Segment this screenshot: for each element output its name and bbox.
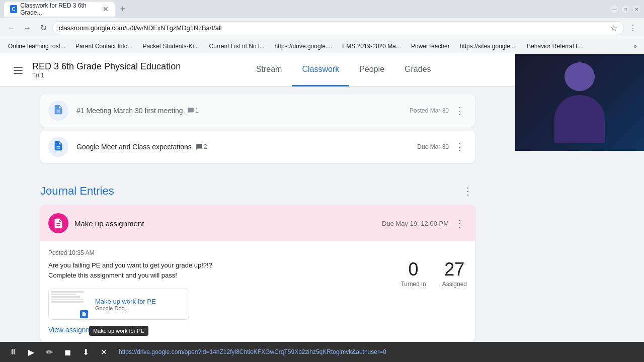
pause-button[interactable]: ⏸ [6, 345, 20, 359]
tab-title: Classwork for RED 3 6th Grade... [20, 2, 100, 16]
bookmark-item[interactable]: Packet Students-Ki... [138, 42, 203, 51]
bookmark-label: Online learning rost... [8, 43, 65, 50]
journal-entries-section-header: Journal Entries ⋮ [40, 171, 475, 205]
assignment-date: Due Mar 30 [417, 143, 453, 150]
header-left: RED 3 6th Grade Physical Education Tri 1 [8, 60, 181, 80]
bookmark-item[interactable]: https://drive.google.... [271, 42, 337, 51]
bookmark-label: https://drive.google.... [275, 43, 333, 50]
app-title: RED 3 6th Grade Physical Education Tri 1 [32, 61, 181, 79]
journal-more-options-button[interactable]: ⋮ [453, 215, 467, 231]
journal-card-title: Make up assignment [74, 219, 382, 228]
comment-count: 2 [204, 143, 207, 150]
attachment-tooltip: Make up work for PE [89, 326, 148, 336]
browser-toolbar: ← → ↻ classroom.google.com/u/0/w/NDExNTg… [0, 18, 644, 38]
journal-card-due: Due May 19, 12:00 PM [382, 220, 449, 227]
video-bar: ⏸ ▶ ✏ ◼ ⬇ ✕ https://drive.google.com/ope… [0, 342, 644, 362]
window-controls: — □ ✕ [611, 6, 640, 13]
download-button[interactable]: ⬇ [78, 345, 93, 359]
play-button[interactable]: ▶ [24, 345, 38, 359]
assignment-date: Posted Mar 30 [410, 107, 453, 114]
close-window-button[interactable]: ✕ [633, 6, 640, 13]
svg-rect-0 [14, 67, 23, 68]
assignment-type-icon [53, 104, 64, 118]
more-options-button[interactable]: ⋮ [453, 103, 467, 119]
assignment-name: #1 Meeting March 30 first meeting [76, 107, 183, 115]
post-body-text: Are you failing PE and you want to get y… [48, 260, 380, 280]
bookmark-label: EMS 2019-2020 Ma... [342, 43, 401, 50]
video-person [515, 54, 644, 151]
bookmarks-bar: Online learning rost... Parent Contact I… [0, 38, 644, 54]
section-title: Journal Entries [40, 185, 114, 198]
items-section: #1 Meeting March 30 first meeting 1 Post… [40, 86, 475, 171]
bookmark-item[interactable]: EMS 2019-2020 Ma... [338, 42, 405, 51]
attachment-container: Make up work for PE Google Doc... Make u… [48, 289, 189, 320]
edit-button[interactable]: ✏ [42, 345, 56, 359]
stats-area: 0 Turned in 27 Assigned [400, 260, 467, 288]
content-area: #1 Meeting March 30 first meeting 1 Post… [0, 86, 515, 362]
video-thumbnail [515, 54, 644, 151]
back-button[interactable]: ← [4, 21, 18, 35]
tab-classwork[interactable]: Classwork [292, 54, 349, 86]
comment-badge: 2 [196, 143, 207, 150]
turned-in-label: Turned in [400, 281, 426, 288]
minimize-button[interactable]: — [611, 6, 618, 13]
section-more-options-button[interactable]: ⋮ [461, 183, 475, 199]
comment-count: 1 [195, 107, 199, 114]
browser-titlebar: C Classwork for RED 3 6th Grade... ✕ + —… [0, 0, 644, 18]
post-line2: Complete this assignment and you will pa… [48, 270, 380, 281]
forward-button[interactable]: → [20, 21, 34, 35]
assignment-type-icon [53, 140, 64, 154]
comment-badge: 1 [187, 107, 199, 114]
bookmark-label: https://sites.google.... [460, 43, 517, 50]
person-body [554, 95, 605, 143]
more-options-button[interactable]: ⋮ [453, 139, 467, 155]
bookmark-item[interactable]: Current List of No l... [205, 42, 269, 51]
tab-people[interactable]: People [349, 54, 394, 86]
new-tab-button[interactable]: + [117, 3, 129, 15]
bookmark-item[interactable]: https://sites.google.... [456, 42, 521, 51]
assignment-title-row: Google Meet and Class expectations 2 [76, 143, 417, 151]
tab-grades[interactable]: Grades [394, 54, 441, 86]
address-bar[interactable]: classroom.google.com/u/0/w/NDExNTgzMDg1N… [52, 21, 624, 35]
svg-rect-1 [14, 70, 23, 71]
assignment-name: Google Meet and Class expectations [76, 143, 192, 151]
maximize-button[interactable]: □ [622, 6, 629, 13]
turned-in-stat: 0 Turned in [400, 260, 426, 288]
attachment-thumbnail [49, 289, 89, 319]
assignment-item[interactable]: Google Meet and Class expectations 2 Due… [40, 131, 475, 163]
tab-close-button[interactable]: ✕ [103, 5, 109, 13]
journal-card-body: Posted 10:35 AM Are you failing PE and y… [40, 241, 475, 342]
video-url: https://drive.google.com/open?id=14nZ12f… [119, 348, 386, 355]
assignment-info: #1 Meeting March 30 first meeting 1 [76, 107, 410, 115]
bookmark-item[interactable]: PowerTeacher [407, 42, 454, 51]
assignment-info: Google Meet and Class expectations 2 [76, 143, 417, 151]
browser-tab[interactable]: C Classwork for RED 3 6th Grade... ✕ [4, 2, 115, 17]
close-video-button[interactable]: ✕ [97, 345, 111, 359]
bookmark-star-icon[interactable]: ☆ [610, 23, 617, 33]
post-line1: Are you failing PE and you want to get y… [48, 260, 380, 270]
extension-button[interactable]: ⋮ [626, 21, 640, 35]
class-subtitle: Tri 1 [32, 72, 181, 79]
bookmark-item[interactable]: Parent Contact Info... [71, 42, 136, 51]
stop-button[interactable]: ◼ [60, 345, 74, 359]
more-bookmarks-button[interactable]: » [630, 42, 640, 51]
assignment-icon [48, 137, 68, 157]
assigned-label: Assigned [442, 281, 467, 288]
class-name: RED 3 6th Grade Physical Education [32, 61, 181, 72]
tab-stream[interactable]: Stream [246, 54, 292, 86]
hamburger-button[interactable] [8, 60, 28, 80]
assigned-stat: 27 Assigned [442, 260, 467, 288]
journal-card-header: Make up assignment Due May 19, 12:00 PM … [40, 205, 475, 241]
bookmark-item[interactable]: Behavior Referral F... [523, 42, 588, 51]
assignment-icon [48, 101, 68, 121]
bookmark-label: PowerTeacher [411, 43, 450, 50]
assignment-title-row: #1 Meeting March 30 first meeting 1 [76, 107, 410, 115]
bookmark-item[interactable]: Online learning rost... [4, 42, 69, 51]
svg-rect-2 [14, 73, 23, 74]
assignment-item[interactable]: #1 Meeting March 30 first meeting 1 Post… [40, 95, 475, 127]
header-nav: Stream Classwork People Grades [246, 54, 441, 86]
bookmark-label: Current List of No l... [209, 43, 265, 50]
attachment[interactable]: Make up work for PE Google Doc... [48, 289, 189, 320]
journal-icon [48, 213, 68, 233]
reload-button[interactable]: ↻ [36, 21, 50, 35]
